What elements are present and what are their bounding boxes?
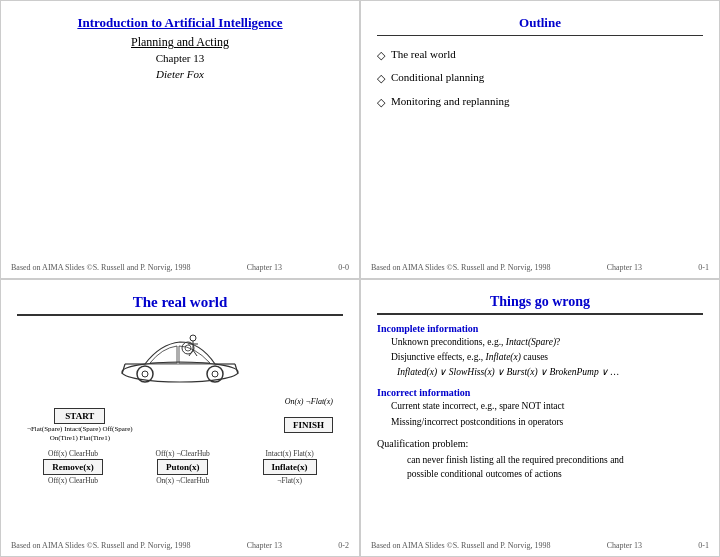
page-grid: Introduction to Artificial Intelligence …: [0, 0, 720, 557]
start-group: START ¬Flat(Spare) Intact(Spare) Off(Spa…: [27, 408, 133, 443]
puton-label-bottom: On(x) ¬ClearHub: [156, 476, 209, 485]
op-puton: Off(x) ¬ClearHub Puton(x) On(x) ¬ClearHu…: [156, 449, 210, 485]
s3-footer-mid: Chapter 13: [247, 541, 282, 550]
car-diagram: [17, 324, 343, 389]
inflate-label-bottom: ¬Flat(x): [277, 476, 302, 485]
svg-point-9: [212, 371, 218, 377]
slide-realworld: The real world: [0, 279, 360, 558]
incorrect-block: Incorrect information Current state inco…: [377, 387, 703, 429]
finish-box: FINISH: [284, 417, 333, 433]
start-box: START: [54, 408, 105, 424]
incomplete-text1: Unknown preconditions, e.g., Intact(Spar…: [391, 336, 703, 349]
author: Dieter Fox: [156, 68, 204, 80]
inflate-label-top: Intact(x) Flat(x): [266, 449, 314, 458]
s2-footer-mid: Chapter 13: [607, 263, 642, 272]
slide3-footer: Based on AIMA Slides ©S. Russell and P. …: [1, 541, 359, 550]
remove-label-top: Off(x) ClearHub: [48, 449, 98, 458]
svg-point-12: [190, 335, 196, 341]
s4-footer-mid: Chapter 13: [607, 541, 642, 550]
puton-label-top: Off(x) ¬ClearHub: [156, 449, 210, 458]
ops-row: Off(x) ClearHub Remove(x) Off(x) ClearHu…: [17, 449, 343, 485]
on-text: On(x) ¬Flat(x): [285, 397, 333, 406]
slide-things: Things go wrong Incomplete information U…: [360, 279, 720, 558]
car-svg: [110, 324, 250, 389]
op-inflate: Intact(x) Flat(x) Inflate(x) ¬Flat(x): [263, 449, 317, 485]
s2-footer-left: Based on AIMA Slides ©S. Russell and P. …: [371, 263, 550, 272]
on-annotation: On(x) ¬Flat(x): [17, 397, 333, 406]
svg-point-7: [142, 371, 148, 377]
outline-text-3: Monitoring and replanning: [391, 95, 510, 107]
s2-footer-right: 0-1: [698, 263, 709, 272]
outline-item-3: ◇ Monitoring and replanning: [377, 95, 703, 110]
remove-box: Remove(x): [43, 459, 102, 475]
qualification-text: can never finish listing all the require…: [407, 453, 703, 482]
qualification-block: Qualification problem: can never finish …: [377, 437, 703, 482]
incomplete-block: Incomplete information Unknown precondit…: [377, 323, 703, 380]
incomplete-heading: Incomplete information: [377, 323, 703, 334]
diamond-icon-2: ◇: [377, 71, 385, 86]
start-finish-row: START ¬Flat(Spare) Intact(Spare) Off(Spa…: [17, 408, 343, 443]
diamond-icon-1: ◇: [377, 48, 385, 63]
incomplete-text2: Disjunctive effects, e.g., Inflate(x) ca…: [391, 351, 703, 364]
outline-text-1: The real world: [391, 48, 456, 60]
outline-text-2: Conditional planning: [391, 71, 484, 83]
op-remove: Off(x) ClearHub Remove(x) Off(x) ClearHu…: [43, 449, 102, 485]
outline-item-2: ◇ Conditional planning: [377, 71, 703, 86]
slide2-footer: Based on AIMA Slides ©S. Russell and P. …: [361, 263, 719, 272]
chapter: Chapter 13: [156, 52, 205, 64]
finish-group: FINISH: [284, 417, 333, 433]
incorrect-text2: Missing/incorrect postconditions in oper…: [391, 416, 703, 429]
footer-left: Based on AIMA Slides ©S. Russell and P. …: [11, 263, 190, 272]
realworld-title: The real world: [17, 294, 343, 316]
slide1-footer: Based on AIMA Slides ©S. Russell and P. …: [1, 263, 359, 272]
outline-title: Outline: [377, 15, 703, 36]
subtitle: Planning and Acting: [131, 35, 229, 50]
puton-box: Puton(x): [157, 459, 209, 475]
slide-outline: Outline ◇ The real world ◇ Conditional p…: [360, 0, 720, 279]
slide4-footer: Based on AIMA Slides ©S. Russell and P. …: [361, 541, 719, 550]
s4-footer-left: Based on AIMA Slides ©S. Russell and P. …: [371, 541, 550, 550]
slide-intro: Introduction to Artificial Intelligence …: [0, 0, 360, 279]
remove-label-bottom: Off(x) ClearHub: [48, 476, 98, 485]
incorrect-text1: Current state incorrect, e.g., spare NOT…: [391, 400, 703, 413]
main-title: Introduction to Artificial Intelligence: [77, 15, 282, 31]
inflate-box: Inflate(x): [263, 459, 317, 475]
footer-right: 0-0: [338, 263, 349, 272]
incorrect-heading: Incorrect information: [377, 387, 703, 398]
diamond-icon-3: ◇: [377, 95, 385, 110]
incomplete-formula: Inflated(x) ∨ SlowHiss(x) ∨ Burst(x) ∨ B…: [397, 366, 703, 379]
footer-mid: Chapter 13: [247, 263, 282, 272]
things-title: Things go wrong: [377, 294, 703, 315]
qualification-label: Qualification problem:: [377, 437, 703, 451]
s3-footer-page: 0-2: [338, 541, 349, 550]
s3-footer-left: Based on AIMA Slides ©S. Russell and P. …: [11, 541, 190, 550]
start-label: ¬Flat(Spare) Intact(Spare) Off(Spare) On…: [27, 425, 133, 443]
s4-footer-right: 0-1: [698, 541, 709, 550]
outline-item-1: ◇ The real world: [377, 48, 703, 63]
